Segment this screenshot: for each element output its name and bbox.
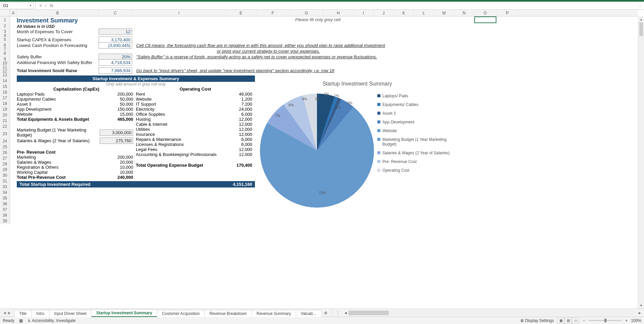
row-header[interactable]: 21 — [0, 118, 10, 124]
row-header[interactable]: 36 — [0, 201, 10, 207]
row-header[interactable]: 31 — [0, 178, 10, 184]
scroll-up-icon[interactable]: ▲ — [638, 16, 644, 22]
row-header[interactable]: 35 — [0, 196, 10, 201]
sheet-tab[interactable]: Valuati… — [296, 310, 322, 317]
sheet-tab[interactable]: Revenue Breakdown — [204, 310, 252, 317]
column-header[interactable]: G — [290, 10, 323, 16]
page-title: Investment Summary — [17, 16, 78, 24]
column-header[interactable]: O — [474, 10, 496, 16]
sheet-tab[interactable]: Input Driver Sheet — [49, 310, 92, 317]
table-row: Utilities12,000 — [136, 127, 255, 132]
row-header[interactable]: 22 — [0, 124, 10, 129]
tab-next-icon[interactable]: ▶ — [8, 311, 11, 315]
scroll-left-icon[interactable]: ◀ — [342, 311, 348, 315]
vertical-scrollbar[interactable]: ▲ ▼ — [638, 16, 644, 309]
table-row: Insurance12,000 — [136, 132, 255, 137]
view-page-layout-button[interactable]: ▤ — [565, 318, 572, 324]
zoom-level[interactable]: 100% — [631, 318, 641, 323]
row-header[interactable]: 28 — [0, 161, 10, 167]
scrollbar-thumb[interactable] — [639, 22, 643, 36]
column-header[interactable]: N — [454, 10, 474, 16]
zoom-out-button[interactable]: − — [583, 318, 585, 323]
row-header[interactable]: 16 — [0, 90, 10, 95]
accessibility-status[interactable]: ♿︎ Accessibility: Investigate — [28, 318, 76, 323]
select-all-corner[interactable] — [0, 10, 10, 16]
row-header[interactable]: 24 — [0, 139, 10, 144]
table-row: Electricity24,000 — [136, 107, 255, 112]
input-salaries[interactable]: 275,760 — [100, 138, 133, 144]
row-header[interactable]: 13 — [0, 72, 10, 78]
row-header[interactable]: 5 — [0, 37, 10, 43]
column-header[interactable]: H — [323, 10, 354, 16]
macro-icon[interactable]: ▦ — [19, 318, 23, 323]
name-box[interactable]: O1 ▼ — [1, 2, 34, 9]
row-header[interactable]: 12 — [0, 70, 10, 72]
row-header[interactable]: 1 — [0, 16, 10, 23]
add-sheet-button[interactable]: ⊕ — [321, 311, 330, 315]
zoom-in-button[interactable]: + — [625, 318, 628, 323]
column-header[interactable]: B — [17, 10, 99, 16]
input-marketing-budget[interactable]: 3,000,000 — [100, 129, 133, 136]
name-box-dropdown-icon[interactable]: ▼ — [29, 4, 32, 7]
row-header[interactable]: 25 — [0, 144, 10, 150]
view-normal-button[interactable]: ▦ — [557, 318, 565, 324]
tab-menu-icon[interactable]: ⋮ — [334, 311, 341, 315]
formula-input[interactable] — [54, 2, 639, 9]
column-header[interactable]: I — [354, 10, 374, 16]
view-page-break-button[interactable]: ▭ — [572, 318, 579, 324]
row-header[interactable]: 27 — [0, 156, 10, 161]
sheet-tab[interactable]: Startup Investment Summary — [91, 309, 157, 317]
tab-prev-icon[interactable]: ◀ — [3, 311, 6, 315]
header-capitalization: Capitalization (CapEx) — [17, 87, 136, 92]
column-header[interactable]: M — [434, 10, 454, 16]
row-header[interactable]: 20 — [0, 112, 10, 118]
tab-nav-buttons[interactable]: ◀ ▶ — [0, 311, 14, 315]
row-header[interactable]: 23 — [0, 129, 10, 139]
sheet-content[interactable]: Investment Summary Please fill only grey… — [10, 16, 638, 309]
row-header[interactable]: 17 — [0, 95, 10, 101]
column-header[interactable]: K — [394, 10, 414, 16]
sheet-tab[interactable]: Customer Acquisition — [157, 310, 205, 317]
enter-icon[interactable]: ✓ — [43, 3, 49, 8]
row-header[interactable]: 4 — [0, 35, 10, 37]
scroll-down-icon[interactable]: ▼ — [638, 303, 644, 309]
horizontal-scrollbar[interactable]: ◀ ▶ — [341, 311, 644, 315]
column-header[interactable]: J — [374, 10, 394, 16]
row-header[interactable]: 2 — [0, 23, 10, 29]
row-header[interactable]: 33 — [0, 184, 10, 190]
row-label: Salaries & Wages — [17, 160, 106, 165]
column-header[interactable]: A — [10, 10, 17, 16]
row-header[interactable]: 38 — [0, 213, 10, 218]
row-header[interactable]: 29 — [0, 167, 10, 173]
row-header[interactable]: 34 — [0, 190, 10, 196]
expand-formula-icon[interactable]: ⌄ — [639, 4, 641, 7]
sheet-tab[interactable]: Intro — [31, 310, 49, 317]
column-header[interactable]: F — [256, 10, 290, 16]
row-header[interactable]: 39 — [0, 218, 10, 224]
row-header[interactable]: 18 — [0, 101, 10, 107]
hscroll-thumb[interactable] — [348, 311, 389, 315]
fx-icon[interactable]: fx — [50, 3, 53, 8]
column-header[interactable]: L — [414, 10, 434, 16]
display-settings-button[interactable]: 🖥︎ Display Settings — [520, 318, 554, 323]
row-header[interactable]: 7 — [0, 48, 10, 51]
column-header[interactable]: I — [132, 10, 226, 16]
row-header[interactable]: 37 — [0, 207, 10, 213]
sheet-tab[interactable]: Revenue Summary — [252, 310, 296, 317]
sheet-tab[interactable]: Title — [14, 310, 32, 317]
row-header[interactable]: 14 — [0, 78, 10, 84]
row-header[interactable]: 26 — [0, 150, 10, 156]
column-header[interactable]: E — [226, 10, 256, 16]
row-header[interactable]: 10 — [0, 62, 10, 64]
row-header[interactable]: 30 — [0, 173, 10, 178]
input-months[interactable]: 12 — [99, 29, 132, 35]
column-header[interactable]: P — [496, 10, 519, 16]
column-header[interactable]: C — [99, 10, 132, 16]
row-header[interactable]: 8 — [0, 51, 10, 56]
row-header[interactable]: 15 — [0, 84, 10, 90]
zoom-slider[interactable] — [588, 320, 622, 321]
note-safety: "Safety Buffer" is a reserve of funds, e… — [136, 54, 377, 59]
scroll-right-icon[interactable]: ▶ — [637, 311, 643, 315]
cancel-icon[interactable]: ✕ — [38, 3, 43, 8]
row-header[interactable]: 19 — [0, 107, 10, 112]
